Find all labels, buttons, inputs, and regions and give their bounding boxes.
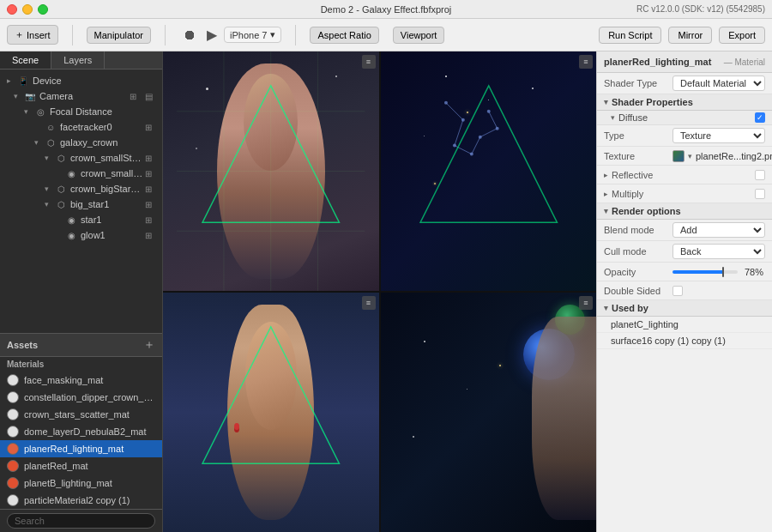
minimize-button[interactable]	[22, 4, 33, 15]
tree-item-focal[interactable]: ▾ ◎ Focal Distance	[0, 104, 162, 119]
visibility-icon: ⊞	[145, 184, 159, 194]
assets-section: Assets ＋ Materials face_masking_mat cons…	[0, 333, 162, 532]
device-icon: 📱	[17, 75, 29, 87]
lock-icon: ▤	[145, 92, 159, 101]
viewport-menu-button-br[interactable]: ≡	[579, 296, 593, 310]
aspect-ratio-button[interactable]: Aspect Ratio	[310, 27, 378, 44]
material-color-dot	[7, 426, 19, 438]
opacity-handle	[722, 267, 724, 277]
device-selector[interactable]: iPhone 7 ▾	[224, 27, 281, 43]
toolbar-separator-2	[165, 25, 166, 45]
tree-item-facetracker[interactable]: ☺ facetracker0 ⊞	[0, 119, 162, 135]
toolbar-playback-group: ⏺ ▶ iPhone 7 ▾	[179, 25, 281, 45]
assets-header: Assets ＋	[0, 334, 162, 357]
blend-mode-select[interactable]: Add	[672, 222, 765, 238]
chevron-down-icon: ▾	[270, 29, 275, 40]
play-button[interactable]: ▶	[203, 25, 220, 45]
tree-item-device[interactable]: ▸ 📱 Device	[0, 73, 162, 88]
opacity-slider[interactable]	[672, 270, 738, 274]
tree-item-crown-small[interactable]: ▾ ⬡ crown_smallStars_rotat… ⊞	[0, 150, 162, 166]
inspector-subtitle: — Material	[724, 57, 765, 67]
opacity-row: Opacity 78%	[597, 263, 772, 281]
toolbar-aspect-group: Aspect Ratio	[310, 27, 378, 44]
type-select[interactable]: Texture	[672, 128, 765, 143]
tree-item-label: big_star1	[70, 199, 143, 209]
material-name-label: planetRed_mat	[24, 461, 155, 471]
tree-item-crown-small-stars[interactable]: ◉ crown_smallStars ⊞	[0, 166, 162, 181]
used-by-item-1: planetC_lighting	[597, 317, 772, 333]
render-options-section[interactable]: ▾ Render options	[597, 203, 772, 220]
shader-properties-section[interactable]: ▾ Shader Properties	[597, 94, 772, 111]
viewport-controls: ≡	[362, 55, 376, 69]
assets-add-button[interactable]: ＋	[143, 337, 155, 353]
diffuse-checkbox[interactable]: ✓	[755, 112, 765, 123]
material-face-masking[interactable]: face_masking_mat	[0, 372, 162, 389]
scene-tab[interactable]: Scene	[0, 51, 51, 69]
material-constellation[interactable]: constellation_dipper_crown_mat	[0, 389, 162, 406]
tree-item-galaxy-crown[interactable]: ▾ ⬡ galaxy_crown	[0, 135, 162, 150]
viewport-top-left[interactable]: ≡	[163, 51, 379, 291]
visibility-icon: ⊞	[145, 169, 159, 178]
used-by-item-2: surface16 copy (1) copy (1)	[597, 333, 772, 349]
main-layout: Scene Layers ▸ 📱 Device ▾ 📷 Camera ⊞ ▤ ▾…	[0, 51, 772, 532]
group-icon: ⬡	[55, 152, 67, 164]
tree-item-label: galaxy_crown	[60, 137, 159, 148]
run-script-button[interactable]: Run Script	[599, 27, 661, 44]
material-dome[interactable]: dome_layerD_nebulaB2_mat	[0, 423, 162, 440]
reflective-checkbox[interactable]	[755, 170, 765, 180]
viewport-button[interactable]: Viewport	[393, 27, 445, 44]
texture-row: Texture ▾ planetRe...ting2.png	[597, 147, 772, 166]
maximize-button[interactable]	[38, 4, 48, 15]
viewport-menu-button-bl[interactable]: ≡	[362, 296, 376, 310]
tree-item-big-star[interactable]: ▾ ⬡ big_star1 ⊞	[0, 196, 162, 212]
section-label: Render options	[612, 206, 681, 216]
mirror-button[interactable]: Mirror	[668, 27, 712, 44]
close-button[interactable]	[7, 4, 17, 15]
material-color-dot	[7, 391, 19, 403]
shader-type-select[interactable]: Default Material	[672, 76, 765, 91]
group-icon: ⬡	[55, 183, 67, 195]
search-input[interactable]	[7, 513, 155, 529]
collapse-arrow: ▾	[611, 113, 615, 122]
material-planetb[interactable]: planetB_lighting_mat	[0, 475, 162, 492]
viewport-bottom-right[interactable]: ≡	[381, 293, 597, 532]
texture-label: Texture	[604, 151, 672, 161]
type-value: Texture	[672, 128, 765, 143]
material-particle[interactable]: particleMaterial2 copy (1)	[0, 492, 162, 509]
tree-item-glow1[interactable]: ◉ glow1 ⊞	[0, 227, 162, 243]
export-button[interactable]: Export	[719, 27, 765, 44]
material-planer-red[interactable]: planerRed_lighting_mat	[0, 440, 162, 457]
cull-mode-select[interactable]: Back	[672, 244, 765, 259]
manipulator-button[interactable]: Manipulator	[87, 27, 151, 44]
blend-mode-value: Add	[672, 222, 765, 238]
toolbar-viewport-group: Viewport	[393, 27, 445, 44]
viewport-controls-br: ≡	[579, 296, 593, 310]
material-crown-stars[interactable]: crown_stars_scatter_mat	[0, 406, 162, 423]
diffuse-section[interactable]: ▾ Diffuse ✓	[597, 111, 772, 125]
section-label: Diffuse	[618, 112, 648, 123]
texture-preview[interactable]	[672, 150, 685, 162]
layers-tab[interactable]: Layers	[51, 51, 105, 69]
device-label: iPhone 7	[230, 30, 267, 40]
scene-tree: ▸ 📱 Device ▾ 📷 Camera ⊞ ▤ ▾ ◎ Focal Dist…	[0, 70, 162, 333]
multiply-checkbox[interactable]	[755, 189, 765, 199]
record-button[interactable]: ⏺	[179, 26, 200, 45]
viewport-menu-button[interactable]: ≡	[362, 55, 376, 69]
expand-arrow: ▸	[604, 171, 608, 179]
viewport-menu-button-tr[interactable]: ≡	[579, 55, 593, 69]
material-name-label: dome_layerD_nebulaB2_mat	[24, 426, 155, 437]
traffic-lights	[7, 4, 48, 15]
viewport-bottom-left[interactable]: ≡	[163, 293, 379, 532]
tree-item-crown-big[interactable]: ▾ ⬡ crown_bigStars_grp ⊞	[0, 181, 162, 196]
triangle-wireframe-bl	[163, 293, 379, 532]
material-color-dot	[7, 460, 19, 472]
viewport-top-right[interactable]: ≡	[381, 51, 597, 291]
expand-arrow: ▸	[7, 76, 15, 85]
material-planet-red[interactable]: planetRed_mat	[0, 457, 162, 475]
insert-button[interactable]: ＋ Insert	[7, 25, 58, 45]
tree-item-star1[interactable]: ◉ star1 ⊞	[0, 212, 162, 227]
tree-item-camera[interactable]: ▾ 📷 Camera ⊞ ▤	[0, 88, 162, 104]
used-by-section[interactable]: ▾ Used by	[597, 300, 772, 317]
double-sided-checkbox[interactable]	[672, 286, 683, 296]
material-color-dot	[7, 494, 19, 506]
